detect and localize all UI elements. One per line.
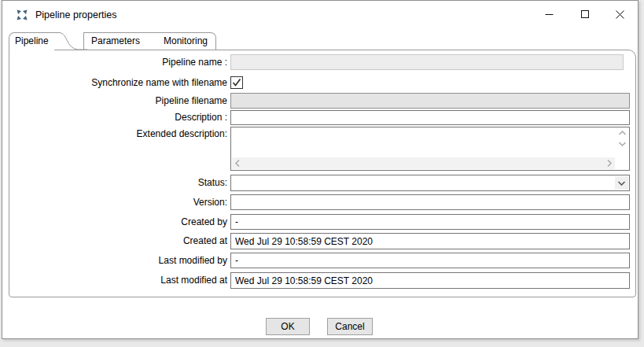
extended-description-field[interactable] (230, 127, 630, 171)
status-dropdown-button[interactable] (615, 176, 628, 190)
created-by-field[interactable] (230, 214, 630, 230)
tab-pipeline[interactable]: Pipeline (9, 32, 55, 50)
hop-pinwheel-icon (16, 9, 28, 21)
pipeline-name-field (230, 54, 624, 70)
created-by-label: Created by (7, 214, 227, 230)
ok-button[interactable]: OK (266, 318, 310, 335)
tab-pipeline-swoosh (54, 32, 87, 50)
screen: Pipeline properties Pipeline Parameters … (0, 0, 644, 347)
version-label: Version: (7, 194, 227, 210)
scroll-left-icon (235, 160, 240, 167)
scroll-right-icon (607, 160, 612, 167)
minimize-button[interactable] (532, 1, 567, 28)
last-modified-by-label: Last modified by (7, 253, 227, 268)
tab-monitoring-label: Monitoring (164, 35, 208, 46)
checkmark-icon (232, 78, 241, 87)
close-icon (616, 10, 624, 19)
chevron-down-icon (618, 181, 625, 186)
horizontal-scrollbar[interactable] (232, 157, 615, 169)
description-label: Description : (7, 110, 227, 125)
pipeline-filename-field (230, 93, 630, 109)
last-modified-by-field[interactable] (230, 253, 630, 268)
extended-description-label: Extended description: (7, 128, 227, 139)
tab-parameters[interactable]: Parameters (83, 32, 157, 50)
sync-name-label: Synchronize name with filename (7, 76, 227, 89)
sync-checkbox[interactable] (230, 76, 243, 89)
last-modified-at-field[interactable] (230, 272, 630, 289)
pipeline-name-label: Pipeline name : (7, 54, 227, 70)
tab-parameters-label: Parameters (91, 35, 140, 46)
tab-monitoring[interactable]: Monitoring (156, 32, 216, 50)
window-title: Pipeline properties (35, 1, 117, 29)
pipeline-properties-dialog: Pipeline properties Pipeline Parameters … (2, 0, 638, 339)
created-at-label: Created at (7, 233, 227, 249)
status-dropdown[interactable] (230, 175, 630, 191)
close-button[interactable] (602, 1, 638, 28)
version-field[interactable] (230, 194, 630, 210)
vertical-scrollbar[interactable] (616, 128, 628, 158)
scroll-up-icon (619, 131, 626, 135)
cancel-button[interactable]: Cancel (327, 318, 373, 335)
last-modified-at-label: Last modified at (7, 272, 227, 289)
tab-pipeline-label: Pipeline (15, 35, 49, 46)
pipeline-filename-label: Pipeline filename (7, 93, 227, 109)
scroll-down-icon (619, 142, 626, 146)
maximize-icon (581, 10, 589, 18)
status-label: Status: (7, 175, 227, 191)
minimize-icon (545, 10, 554, 19)
maximize-button[interactable] (567, 1, 602, 28)
created-at-field[interactable] (230, 233, 630, 249)
titlebar[interactable]: Pipeline properties (2, 1, 638, 29)
description-field[interactable] (230, 110, 630, 125)
